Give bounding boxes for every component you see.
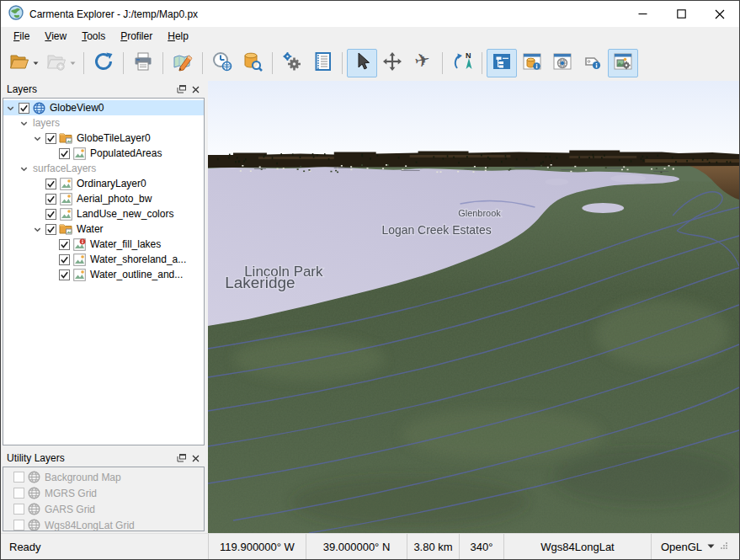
layer-checkbox[interactable] xyxy=(44,179,57,189)
layer-checkbox[interactable] xyxy=(57,239,71,250)
menu-help[interactable]: Help xyxy=(160,28,196,45)
gears-icon xyxy=(281,51,303,76)
menu-profiler[interactable]: Profiler xyxy=(113,28,160,45)
refresh-button[interactable] xyxy=(88,49,119,77)
app-icon xyxy=(8,5,24,24)
layer-label: Water_outline_and... xyxy=(88,269,183,280)
application-window: Carmenta Explorer - J:/temp/Map0.px File… xyxy=(0,0,740,560)
layer-checkbox[interactable] xyxy=(44,224,57,235)
layer-checkbox[interactable] xyxy=(57,269,71,280)
open-map-button[interactable] xyxy=(5,49,42,77)
chevron-down-icon[interactable] xyxy=(33,61,39,66)
utility-row-background-map[interactable]: Background Map xyxy=(3,469,204,485)
layers-panel-toggle-button[interactable] xyxy=(487,49,517,77)
select-tool-button[interactable] xyxy=(347,49,377,77)
expander-icon[interactable] xyxy=(17,164,30,173)
pan-icon xyxy=(381,51,403,76)
folder-new-icon xyxy=(45,51,67,76)
minimize-button[interactable] xyxy=(623,1,662,27)
layer-checkbox[interactable] xyxy=(17,103,30,114)
float-panel-icon[interactable] xyxy=(174,83,189,96)
utility-layer-label: Background Map xyxy=(42,472,121,483)
new-map-button[interactable] xyxy=(42,49,79,77)
utility-row-wgs84longlat-grid[interactable]: Wgs84LongLat Grid xyxy=(3,517,204,531)
tree-row-surfacelayers[interactable]: surfaceLayers xyxy=(3,161,204,176)
edit-map-button[interactable] xyxy=(168,49,198,77)
close-button[interactable] xyxy=(700,1,739,27)
tree-row-water-fill-lakes[interactable]: Water_fill_lakes xyxy=(3,237,204,252)
north-icon: N xyxy=(451,51,473,76)
expander-icon[interactable] xyxy=(3,104,17,113)
reset-north-button[interactable]: N xyxy=(447,49,477,77)
tree-row-aerial-photo-bw[interactable]: Aerial_photo_bw xyxy=(3,191,204,206)
utility-layer-label: GARS Grid xyxy=(42,504,95,515)
log-button[interactable] xyxy=(307,49,338,77)
layer-checkbox[interactable] xyxy=(12,504,25,515)
pan-tool-button[interactable] xyxy=(377,49,407,77)
layer-label: Aerial_photo_bw xyxy=(74,193,152,205)
data-info-panel-button[interactable] xyxy=(517,49,547,77)
layers-panel: Layers GlobeView0layersGlobeTileLayer0Po… xyxy=(3,82,205,445)
tree-row-water-shoreland-a-[interactable]: Water_shoreland_a... xyxy=(3,252,204,267)
layer-checkbox[interactable] xyxy=(12,520,25,531)
resize-grip[interactable] xyxy=(720,541,730,552)
tree-row-water-outline-and-[interactable]: Water_outline_and... xyxy=(3,267,204,282)
layer-icon xyxy=(57,193,74,205)
layer-checkbox[interactable] xyxy=(57,148,71,159)
close-panel-icon[interactable] xyxy=(189,452,203,465)
window-title: Carmenta Explorer - J:/temp/Map0.px xyxy=(29,8,623,20)
tree-row-globeview0[interactable]: GlobeView0 xyxy=(3,100,204,115)
view-settings-panel-button[interactable] xyxy=(608,49,638,77)
map-label: Glenbrook xyxy=(458,208,501,218)
tree-row-landuse-new-colors[interactable]: LandUse_new_colors xyxy=(3,206,204,221)
menu-file[interactable]: File xyxy=(6,28,37,45)
maximize-button[interactable] xyxy=(662,1,700,27)
map-viewport[interactable]: GlenbrookLogan Creek EstatesLincoln Park… xyxy=(208,81,739,533)
renderer-value: OpenGL xyxy=(661,541,702,553)
utility-layer-list: Background MapMGRS GridGARS GridWgs84Lon… xyxy=(3,467,205,531)
edit-map-icon xyxy=(172,51,194,76)
layer-checkbox[interactable] xyxy=(44,209,57,220)
renderer-dropdown[interactable]: OpenGL xyxy=(651,534,739,559)
tree-row-layers[interactable]: layers xyxy=(3,115,204,131)
menu-view[interactable]: View xyxy=(37,28,74,45)
layer-label: GlobeView0 xyxy=(47,102,104,114)
data-search-button[interactable] xyxy=(237,49,268,77)
layer-checkbox[interactable] xyxy=(12,472,25,483)
group-label: layers xyxy=(30,117,60,129)
globe-icon xyxy=(25,519,42,531)
svg-text:✈: ✈ xyxy=(413,51,432,72)
utility-panel-title: Utility Layers xyxy=(7,452,65,464)
chevron-down-icon[interactable] xyxy=(70,61,76,66)
time-settings-button[interactable] xyxy=(207,49,237,77)
layer-label: LandUse_new_colors xyxy=(74,208,173,220)
cursor-icon xyxy=(351,51,373,76)
expander-icon[interactable] xyxy=(30,225,44,234)
layer-icon xyxy=(71,269,88,281)
tree-row-globetilelayer0[interactable]: GlobeTileLayer0 xyxy=(3,131,204,146)
layers-panel-title: Layers xyxy=(7,83,37,95)
close-panel-icon[interactable] xyxy=(189,83,203,96)
utility-row-mgrs-grid[interactable]: MGRS Grid xyxy=(3,485,204,501)
toolbar-separator xyxy=(272,52,273,74)
layer-checkbox[interactable] xyxy=(57,254,71,265)
tree-row-water[interactable]: Water xyxy=(3,221,204,237)
settings-button[interactable] xyxy=(277,49,307,77)
map-scene: GlenbrookLogan Creek EstatesLincoln Park… xyxy=(208,81,739,533)
tree-row-ordinarylayer0[interactable]: OrdinaryLayer0 xyxy=(3,176,204,191)
layer-checkbox[interactable] xyxy=(12,488,25,499)
globe-panel-button[interactable] xyxy=(547,49,578,77)
map-label: Logan Creek Estates xyxy=(381,223,491,237)
layer-checkbox[interactable] xyxy=(44,194,57,205)
toolbar-separator xyxy=(83,52,84,74)
utility-row-gars-grid[interactable]: GARS Grid xyxy=(3,501,204,517)
fly-tool-button[interactable]: ✈ xyxy=(407,49,438,77)
expander-icon[interactable] xyxy=(17,119,30,128)
layer-checkbox[interactable] xyxy=(44,133,57,144)
object-info-panel-button[interactable] xyxy=(578,49,608,77)
menu-tools[interactable]: Tools xyxy=(74,28,113,45)
expander-icon[interactable] xyxy=(30,134,44,143)
print-button[interactable] xyxy=(128,49,158,77)
float-panel-icon[interactable] xyxy=(174,452,189,465)
tree-row-populatedareas[interactable]: PopulatedAreas xyxy=(3,146,204,161)
